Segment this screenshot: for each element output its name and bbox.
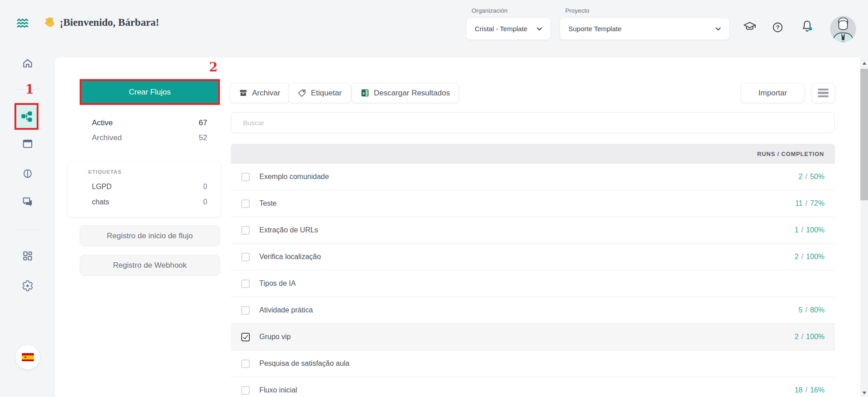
help-icon[interactable]: ? [772, 21, 784, 33]
runs-completion-value[interactable]: 18 / 16% [795, 386, 835, 394]
runs-count: 2 [795, 333, 799, 341]
sidebar-item-home-icon[interactable] [22, 57, 33, 69]
flow-name-link[interactable]: Fluxo inicial [259, 386, 297, 394]
runs-completion-value[interactable]: 2 / 100% [795, 253, 835, 261]
flow-start-log-button[interactable]: Registro de inicio de flujo [80, 225, 220, 246]
row-checkbox[interactable] [241, 306, 250, 315]
webhook-log-button[interactable]: Registro de Webhook [80, 255, 220, 276]
runs-completion-value[interactable]: 2 / 100% [795, 333, 835, 341]
excel-spreadsheet-icon: x [361, 89, 369, 97]
filter-active[interactable]: Active 67 [92, 115, 207, 130]
slash-separator: / [801, 226, 803, 234]
table-row[interactable]: Fluxo inicial 18 / 16% [231, 377, 835, 397]
table-row[interactable]: Teste 11 / 72% [231, 190, 835, 217]
row-checkbox[interactable] [241, 386, 250, 395]
slash-separator: / [806, 306, 807, 314]
tag-icon [297, 89, 306, 98]
row-checkbox[interactable] [241, 226, 250, 235]
create-flows-button[interactable]: Crear Flujos [81, 81, 218, 103]
vertical-scrollbar[interactable] [860, 57, 868, 397]
scrollbar-down-arrow[interactable] [860, 388, 868, 397]
main-panel: 2 Crear Flujos Active 67 Archived 52 ETI… [55, 57, 860, 397]
table-row[interactable]: Verifica localização 2 / 100% [231, 244, 835, 270]
flow-name-link[interactable]: Teste [259, 199, 277, 208]
table-row[interactable]: Grupo vip 2 / 100% [231, 324, 835, 350]
sidebar-item-settings-gear-icon[interactable] [22, 280, 33, 292]
sidebar-item-dashboard-icon[interactable] [22, 250, 33, 262]
annotation-step-2: 2 [209, 60, 218, 74]
row-checkbox[interactable] [241, 359, 250, 368]
table-row[interactable]: Tipos de IA / [231, 270, 835, 297]
flow-name-link[interactable]: Pesquisa de satisfação aula [259, 359, 349, 368]
project-value: Suporte Template [568, 25, 621, 33]
organization-value: Cristal - Template [475, 25, 527, 33]
tag-button-label: Etiquetar [311, 89, 342, 98]
flow-name-link[interactable]: Exemplo comunidade [259, 173, 329, 181]
notifications-bell-icon[interactable] [800, 19, 814, 33]
sidebar-item-window-icon[interactable] [22, 138, 33, 150]
runs-count: 18 [795, 386, 803, 394]
slash-separator: / [801, 253, 803, 261]
spain-flag-icon [22, 353, 34, 361]
scrollbar-up-arrow[interactable] [860, 57, 868, 69]
table-row[interactable]: Exemplo comunidade 2 / 50% [231, 164, 835, 190]
table-row[interactable]: Extração de URLs 1 / 100% [231, 217, 835, 244]
tag-button[interactable]: Etiquetar [288, 83, 351, 103]
row-checkbox[interactable] [241, 173, 250, 181]
academy-graduation-cap-icon[interactable] [743, 20, 756, 33]
flow-name-link[interactable]: Extração de URLs [259, 226, 318, 234]
download-results-button[interactable]: x Descargar Resultados [352, 83, 459, 103]
search-input[interactable] [231, 112, 835, 133]
flow-name-link[interactable]: Atividade prática [259, 306, 313, 314]
import-button[interactable]: Importar [741, 83, 805, 103]
runs-completion-value[interactable]: 2 / 50% [799, 173, 835, 181]
runs-completion-header: RUNS / COMPLETION [757, 151, 824, 157]
completion-percent: 72% [810, 199, 825, 208]
table-row[interactable]: Pesquisa de satisfação aula / [231, 350, 835, 377]
svg-text:?: ? [776, 24, 779, 31]
flow-name-link[interactable]: Grupo vip [259, 333, 291, 341]
table-row[interactable]: Atividade prática 5 / 80% [231, 297, 835, 324]
slash-separator: / [806, 386, 807, 394]
user-avatar[interactable] [830, 16, 856, 42]
tag-label: chats [92, 198, 109, 206]
sidebar-item-flows-active[interactable] [14, 103, 38, 130]
runs-count: 11 [795, 199, 803, 208]
row-checkbox[interactable] [241, 253, 250, 261]
flow-name-link[interactable]: Tipos de IA [259, 279, 296, 288]
runs-completion-value[interactable]: 5 / 80% [799, 306, 835, 314]
flow-name-link[interactable]: Verifica localização [259, 253, 321, 261]
sidebar-item-ai-brain-icon[interactable] [22, 168, 33, 180]
filter-archived-count: 52 [199, 133, 207, 142]
svg-text:x: x [362, 91, 365, 95]
slash-separator: / [801, 333, 803, 341]
project-dropdown[interactable]: Suporte Template [560, 18, 730, 40]
filter-active-count: 67 [199, 118, 207, 128]
runs-completion-value[interactable]: 1 / 100% [795, 226, 835, 234]
runs-count: 1 [795, 226, 799, 234]
filter-archived[interactable]: Archived 52 [92, 130, 207, 145]
sidebar-divider [15, 230, 40, 230]
runs-completion-value[interactable]: 11 / 72% [795, 199, 835, 208]
archive-box-icon [239, 89, 248, 97]
row-checkbox[interactable] [241, 333, 250, 341]
tag-chats[interactable]: chats 0 [92, 195, 207, 209]
app-logo-icon[interactable] [16, 18, 29, 28]
organization-dropdown[interactable]: Cristal - Template [466, 18, 551, 40]
tags-title: ETIQUETAS [88, 169, 122, 175]
archive-button-label: Archivar [252, 89, 280, 98]
scrollbar-thumb[interactable] [860, 69, 868, 200]
tag-lgpd[interactable]: LGPD 0 [92, 180, 207, 194]
row-checkbox[interactable] [241, 199, 250, 208]
completion-percent: 100% [806, 253, 825, 261]
sidebar-item-chats-icon[interactable] [22, 196, 33, 208]
runs-count: 2 [799, 173, 803, 181]
archive-button[interactable]: Archivar [230, 83, 289, 103]
completion-percent: 16% [810, 386, 825, 394]
list-options-menu-button[interactable] [811, 83, 835, 103]
row-checkbox[interactable] [241, 279, 250, 288]
language-selector[interactable] [15, 345, 40, 369]
table-header: RUNS / COMPLETION [231, 144, 835, 164]
filter-archived-label: Archived [92, 133, 122, 142]
tag-count: 0 [203, 183, 207, 191]
